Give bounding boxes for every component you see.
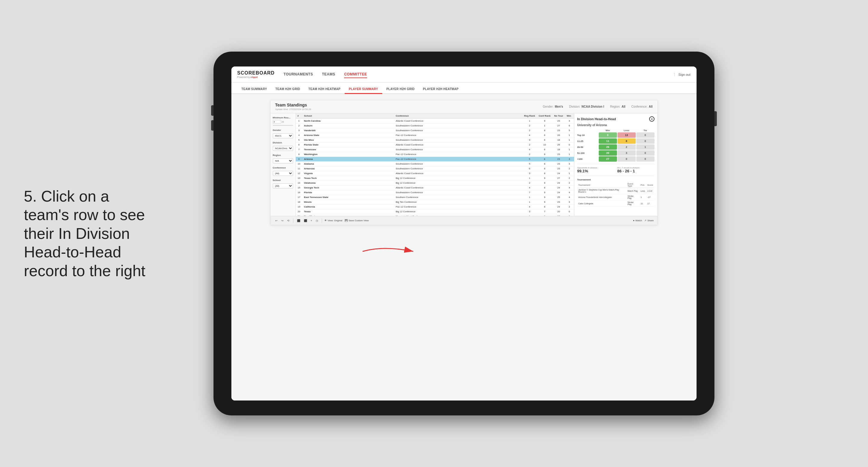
h2h-panel: In Division Head-to-Head ✕ University of…: [574, 113, 657, 216]
table-row[interactable]: 16 Florida Southeastern Conference 7 9 2…: [296, 190, 574, 195]
school-select[interactable]: (All): [273, 183, 293, 188]
conference-select[interactable]: (All): [273, 171, 293, 176]
table-row[interactable]: 10 Alabama Southeastern Conference 5 8 2…: [296, 162, 574, 166]
table-row[interactable]: 3 Vanderbilt Southeastern Conference 2 8…: [296, 128, 574, 133]
cell-win: 1: [565, 152, 574, 157]
tournament-header-row: Tournament Event Type Pos Score: [577, 182, 654, 188]
cell-reg-rank: 3: [522, 209, 537, 214]
sub-nav-team-summary[interactable]: TEAM SUMMARY: [237, 85, 271, 94]
paste-button[interactable]: ⬛: [303, 219, 308, 223]
cell-conf-rank: 6: [537, 138, 552, 143]
update-time: Update time: 27/03/2024 16:56:26: [275, 108, 311, 111]
cell-reg-rank: 1: [522, 119, 537, 123]
cell-win: 4: [565, 195, 574, 200]
t-cell-type: Stroke Play: [626, 194, 640, 200]
cell-reg-rank: 5: [522, 157, 537, 162]
h2h-row-gt100: >100 27 0 0: [577, 156, 654, 162]
sub-nav-team-h2h-heatmap[interactable]: TEAM H2H HEATMAP: [304, 85, 344, 94]
cell-win: 1: [565, 171, 574, 176]
cell-school: Tennessee: [302, 147, 394, 152]
nav-tournaments[interactable]: TOURNAMENTS: [284, 71, 313, 78]
cell-rank: 7: [296, 147, 302, 152]
standings-table-area: # School Conference Reg Rank Conf Rank N…: [296, 113, 574, 216]
sub-nav-team-h2h-grid[interactable]: TEAM H2H GRID: [271, 85, 305, 94]
table-row[interactable]: 8 Washington Pac-12 Conference 2 8 23 1: [296, 152, 574, 157]
cell-win: 2: [565, 176, 574, 181]
table-row[interactable]: 18 Illinois Big Ten Conference 1 9 23 3: [296, 200, 574, 205]
gender-select[interactable]: Men's: [273, 133, 293, 138]
logo-title: SCOREBOARD: [237, 70, 275, 76]
top-nav: SCOREBOARD Powered by clippd TOURNAMENTS…: [231, 66, 696, 83]
panel-body: Minimum Rou... 20 Gender Men's: [271, 113, 657, 216]
table-row[interactable]: 14 Oklahoma Big 12 Conference 2 9 24 2: [296, 181, 574, 186]
cell-no-tour: 18: [552, 138, 565, 143]
table-row[interactable]: 17 East Tennessee State Southern Confere…: [296, 195, 574, 200]
cell-reg-rank: 1: [522, 176, 537, 181]
annotation-text: 5. Click on a team's row to see their In…: [24, 187, 149, 280]
table-row[interactable]: 1 North Carolina Atlantic Coast Conferen…: [296, 119, 574, 123]
cell-conference: Pac-12 Conference: [394, 133, 522, 138]
h2h-divider: [577, 164, 654, 164]
cell-no-tour: 23: [552, 119, 565, 123]
logo-area: SCOREBOARD Powered by clippd: [237, 70, 275, 79]
table-row[interactable]: 15 Georgia Tech Atlantic Coast Conferenc…: [296, 186, 574, 190]
sub-nav-player-h2h-grid[interactable]: PLAYER H2H GRID: [382, 85, 419, 94]
region-select[interactable]: N/A: [273, 158, 293, 163]
filter-conference: Conference (All): [273, 166, 293, 176]
cell-conference: Southeastern Conference: [394, 166, 522, 171]
table-row[interactable]: 2 Auburn Southeastern Conference 2 1 27 …: [296, 123, 574, 128]
table-row[interactable]: 20 Texas Big 12 Conference 3 7 20 0: [296, 209, 574, 214]
cell-reg-rank: 2: [522, 128, 537, 133]
sub-nav-player-summary[interactable]: PLAYER SUMMARY: [345, 85, 382, 94]
watch-icon: ●: [633, 219, 634, 222]
cell-school: Georgia Tech: [302, 186, 394, 190]
table-row[interactable]: 4 Arizona State Pac-12 Conference 4 6 26…: [296, 133, 574, 138]
cell-reg-rank: 4: [522, 186, 537, 190]
sub-nav-player-h2h-heatmap[interactable]: PLAYER H2H HEATMAP: [418, 85, 463, 94]
division-select[interactable]: NCAA Division I: [273, 146, 293, 151]
time-button[interactable]: ◷: [315, 219, 319, 223]
cell-school: Vanderbilt: [302, 128, 394, 133]
view-original-button[interactable]: 👁 View: Original: [324, 219, 342, 222]
cell-conference: Southeastern Conference: [394, 162, 522, 166]
table-row[interactable]: 5 Ole Miss Southeastern Conference 3 6 1…: [296, 138, 574, 143]
cell-win: 3: [565, 162, 574, 166]
nav-committee[interactable]: COMMITTEE: [344, 71, 367, 78]
cell-reg-rank: 2: [522, 123, 537, 128]
cell-school: Florida State: [302, 143, 394, 147]
table-row[interactable]: 19 California Pac-12 Conference 4 8 24 2: [296, 205, 574, 209]
cell-conf-rank: 8: [537, 157, 552, 162]
min-rounds-slider[interactable]: [273, 125, 293, 126]
cell-conf-rank: 6: [537, 147, 552, 152]
redo-button[interactable]: ↪: [280, 219, 285, 223]
share-button[interactable]: ↗ Share: [644, 219, 654, 222]
watch-button[interactable]: ● Watch: [633, 219, 642, 222]
cell-rank: 14: [296, 181, 302, 186]
nav-teams[interactable]: TEAMS: [322, 71, 336, 78]
add-button[interactable]: +: [310, 219, 313, 223]
cell-no-tour: 20: [552, 209, 565, 214]
h2h-opponents-stat: Opponents in division: 99.1%: [577, 167, 615, 173]
filter-school: School (All): [273, 179, 293, 188]
reset-button[interactable]: ⟲: [286, 219, 291, 223]
table-row[interactable]: 13 Texas Tech Big 12 Conference 1 9 27 2: [296, 176, 574, 181]
copy-button[interactable]: ⬛: [296, 219, 302, 223]
table-row[interactable]: 9 Arizona Pac-12 Conference 5 8 23 3: [296, 157, 574, 162]
share-icon: ↗: [644, 219, 647, 222]
table-row[interactable]: 12 Virginia Atlantic Coast Conference 3 …: [296, 171, 574, 176]
annotation-area: 5. Click on a team's row to see their In…: [24, 187, 149, 280]
t-col-tournament: Tournament: [577, 182, 626, 188]
table-row[interactable]: 11 Arkansas Southeastern Conference 6 8 …: [296, 166, 574, 171]
h2h-close-button[interactable]: ✕: [649, 116, 654, 122]
min-rounds-input[interactable]: [273, 120, 281, 124]
cell-win: 1: [565, 147, 574, 152]
cell-conference: Big 12 Conference: [394, 209, 522, 214]
sign-out-button[interactable]: Sign out: [675, 73, 690, 76]
undo-button[interactable]: ↩: [274, 219, 279, 223]
table-row[interactable]: 7 Tennessee Southeastern Conference 4 6 …: [296, 147, 574, 152]
filter-gender: Gender Men's: [273, 129, 293, 138]
table-row[interactable]: 6 Florida State Atlantic Coast Conferenc…: [296, 143, 574, 147]
cell-conf-rank: 8: [537, 162, 552, 166]
cell-win: 2: [565, 181, 574, 186]
save-custom-view-button[interactable]: 💾 Save Custom View: [345, 219, 369, 222]
